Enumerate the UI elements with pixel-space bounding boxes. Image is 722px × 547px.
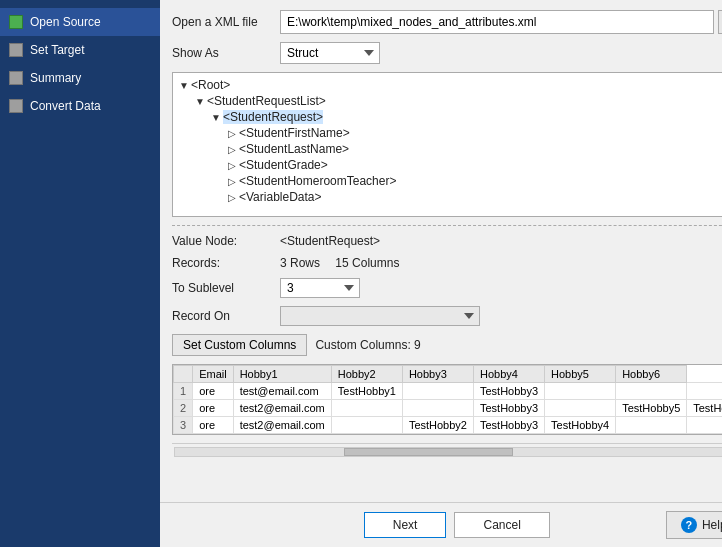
file-row: Open a XML file 📁 (172, 10, 722, 34)
col-header-email: Email (193, 366, 234, 383)
cell-hobby4: TestHobby4 (545, 417, 616, 434)
show-as-select[interactable]: Struct (280, 42, 380, 64)
sublevel-select[interactable]: 3 (280, 278, 360, 298)
file-input-wrapper: 📁 (280, 10, 722, 34)
show-as-label: Show As (172, 46, 272, 60)
data-table: Email Hobby1 Hobby2 Hobby3 Hobby4 Hobby5… (173, 365, 722, 434)
cell-hobby6 (687, 383, 722, 400)
cell-hobby2 (402, 400, 473, 417)
footer-center: Next Cancel (364, 512, 550, 538)
cell-hobby2 (402, 383, 473, 400)
tree-node-text: <StudentLastName> (239, 142, 349, 156)
tree-node[interactable]: ▷ <StudentHomeroomTeacher> (177, 173, 722, 189)
help-label: Help (702, 518, 722, 532)
next-button[interactable]: Next (364, 512, 447, 538)
value-node-label: Value Node: (172, 234, 272, 248)
sidebar-item-label: Open Source (30, 15, 101, 29)
sublevel-row: To Sublevel 3 (172, 278, 722, 298)
records-label: Records: (172, 256, 272, 270)
tree-node[interactable]: ▷ <StudentFirstName> (177, 125, 722, 141)
tree-toggle[interactable]: ▷ (225, 142, 239, 156)
cell-hobby2: TestHobby2 (402, 417, 473, 434)
cell-hobby4 (545, 383, 616, 400)
tree-scroll-inner: ▼ <Root> ▼ <StudentRequestList> ▼ <Stude… (173, 73, 722, 209)
col-header-hobby1: Hobby1 (233, 366, 331, 383)
cell-email: test@email.com (233, 383, 331, 400)
main-panel: Open a XML file 📁 Show As Struct ▼ (160, 0, 722, 547)
scrollbar-thumb (344, 448, 513, 456)
col-header-hobby4: Hobby4 (473, 366, 544, 383)
help-button[interactable]: ? Help (666, 511, 722, 539)
col-header-hobby5: Hobby5 (545, 366, 616, 383)
sidebar-item-label: Summary (30, 71, 81, 85)
file-label: Open a XML file (172, 15, 272, 29)
col-header-hobby3: Hobby3 (402, 366, 473, 383)
col-header-hobby6: Hobby6 (616, 366, 687, 383)
cell-hobby1 (331, 400, 402, 417)
sidebar-item-label: Convert Data (30, 99, 101, 113)
cell-hobby3: TestHobby3 (473, 417, 544, 434)
tree-node-text: <StudentHomeroomTeacher> (239, 174, 396, 188)
horizontal-scrollbar[interactable] (172, 443, 722, 459)
tree-node[interactable]: ▷ <StudentGrade> (177, 157, 722, 173)
tree-node[interactable]: ▼ <Root> (177, 77, 722, 93)
xml-tree[interactable]: ▼ <Root> ▼ <StudentRequestList> ▼ <Stude… (172, 72, 722, 217)
tree-node-text: <VariableData> (239, 190, 322, 204)
tree-toggle[interactable]: ▼ (193, 94, 207, 108)
col-header-hobby2: Hobby2 (331, 366, 402, 383)
cell-hobby1: TestHobby1 (331, 383, 402, 400)
sidebar-item-summary[interactable]: Summary (0, 64, 160, 92)
cell-hobby6: TestHob (687, 400, 722, 417)
sidebar-item-open-source[interactable]: Open Source (0, 8, 160, 36)
rows-value: 3 Rows 15 Columns (280, 256, 411, 270)
row-num: 2 (174, 400, 193, 417)
records-row: Records: 3 Rows 15 Columns (172, 256, 722, 270)
sidebar-item-convert-data[interactable]: Convert Data (0, 92, 160, 120)
separator (172, 225, 722, 226)
data-table-wrapper[interactable]: Email Hobby1 Hobby2 Hobby3 Hobby4 Hobby5… (172, 364, 722, 435)
tree-toggle[interactable]: ▷ (225, 174, 239, 188)
cell-col0: ore (193, 417, 234, 434)
summary-icon (8, 70, 24, 86)
table-row: 3 ore test2@email.com TestHobby2 TestHob… (174, 417, 723, 434)
cell-hobby3: TestHobby3 (473, 400, 544, 417)
tree-node[interactable]: ▷ <StudentLastName> (177, 141, 722, 157)
col-header-rownum (174, 366, 193, 383)
sidebar-item-set-target[interactable]: Set Target (0, 36, 160, 64)
tree-node[interactable]: ▼ <StudentRequest> (177, 109, 722, 125)
custom-columns-count: Custom Columns: 9 (315, 338, 420, 352)
set-custom-columns-button[interactable]: Set Custom Columns (172, 334, 307, 356)
row-num: 1 (174, 383, 193, 400)
help-icon: ? (681, 517, 697, 533)
footer-right: ? Help (550, 511, 722, 539)
sublevel-label: To Sublevel (172, 281, 272, 295)
file-path-input[interactable] (280, 10, 714, 34)
cell-hobby5 (616, 383, 687, 400)
cell-email: test2@email.com (233, 417, 331, 434)
sidebar: Open Source Set Target Summary Convert D… (0, 0, 160, 547)
scrollbar-track (174, 447, 722, 457)
row-num: 3 (174, 417, 193, 434)
cell-col0: ore (193, 400, 234, 417)
cell-email: test2@email.com (233, 400, 331, 417)
cancel-button[interactable]: Cancel (454, 512, 549, 538)
tree-toggle[interactable]: ▼ (177, 78, 191, 92)
tree-node[interactable]: ▼ <StudentRequestList> (177, 93, 722, 109)
content-area: Open a XML file 📁 Show As Struct ▼ (160, 0, 722, 502)
tree-toggle[interactable]: ▼ (209, 110, 223, 124)
record-on-row: Record On (172, 306, 722, 326)
cell-hobby3: TestHobby3 (473, 383, 544, 400)
browse-button[interactable]: 📁 (718, 10, 722, 34)
cell-hobby1 (331, 417, 402, 434)
table-row: 2 ore test2@email.com TestHobby3 TestHob… (174, 400, 723, 417)
convert-data-icon (8, 98, 24, 114)
tree-toggle[interactable]: ▷ (225, 190, 239, 204)
tree-toggle[interactable]: ▷ (225, 158, 239, 172)
record-on-select[interactable] (280, 306, 480, 326)
tree-node[interactable]: ▷ <VariableData> (177, 189, 722, 205)
tree-node-text: <StudentRequestList> (207, 94, 326, 108)
cell-hobby6 (687, 417, 722, 434)
tree-toggle[interactable]: ▷ (225, 126, 239, 140)
custom-columns-row: Set Custom Columns Custom Columns: 9 (172, 334, 722, 356)
tree-node-text: <StudentFirstName> (239, 126, 350, 140)
